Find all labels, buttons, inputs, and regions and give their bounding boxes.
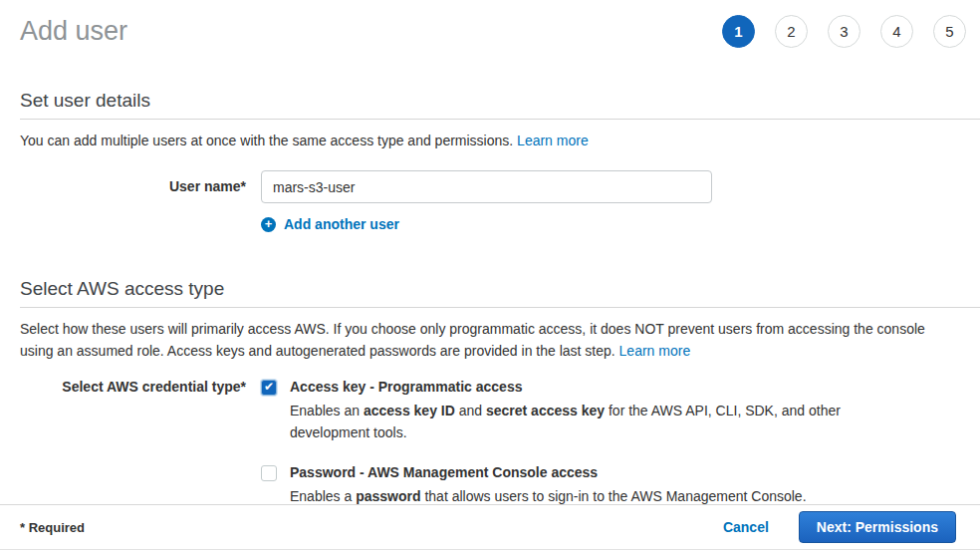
- step-number: 2: [787, 23, 795, 40]
- username-label: User name*: [0, 178, 246, 195]
- option-password: Password - AWS Management Console access…: [261, 464, 846, 507]
- username-row: User name*: [0, 170, 980, 203]
- user-details-intro-text: You can add multiple users at once with …: [20, 133, 517, 148]
- credential-options: Access key - Programmatic access Enables…: [261, 379, 846, 507]
- next-permissions-button[interactable]: Next: Permissions: [799, 511, 956, 543]
- section-heading-user-details: Set user details: [20, 90, 980, 120]
- access-key-option-description: Enables an access key ID and secret acce…: [290, 400, 846, 443]
- step-number: 1: [734, 23, 742, 40]
- password-option-body: Password - AWS Management Console access…: [290, 464, 807, 507]
- step-number: 5: [945, 23, 953, 40]
- step-number: 3: [840, 23, 848, 40]
- step-indicator-4: 4: [880, 15, 913, 48]
- required-note: * Required: [20, 520, 85, 535]
- access-type-intro-text: Select how these users will primarily ac…: [20, 321, 925, 359]
- username-control: [261, 170, 712, 203]
- access-key-option-body: Access key - Programmatic access Enables…: [290, 379, 846, 443]
- add-another-user-button[interactable]: + Add another user: [261, 216, 980, 232]
- wizard-steps: 1 2 3 4 5: [722, 15, 966, 48]
- section-heading-access-type: Select AWS access type: [20, 278, 980, 308]
- learn-more-link-access-type[interactable]: Learn more: [619, 343, 691, 359]
- page-title: Add user: [20, 15, 127, 48]
- step-indicator-2: 2: [775, 15, 808, 48]
- username-input[interactable]: [261, 170, 712, 203]
- page-header: Add user 1 2 3 4 5: [0, 0, 980, 48]
- access-type-intro: Select how these users will primarily ac…: [20, 318, 960, 362]
- credential-type-row: Select AWS credential type* Access key -…: [0, 379, 980, 507]
- option-access-key: Access key - Programmatic access Enables…: [261, 379, 846, 443]
- user-details-intro: You can add multiple users at once with …: [20, 130, 960, 151]
- plus-circle-icon: +: [261, 217, 276, 232]
- credential-type-label: Select AWS credential type*: [0, 379, 246, 396]
- add-another-user-label: Add another user: [284, 216, 399, 232]
- step-indicator-1: 1: [722, 15, 755, 48]
- access-key-option-title[interactable]: Access key - Programmatic access: [290, 379, 846, 396]
- wizard-footer: * Required Cancel Next: Permissions: [0, 504, 980, 550]
- step-number: 4: [892, 23, 900, 40]
- footer-actions: Cancel Next: Permissions: [723, 511, 956, 543]
- step-indicator-5: 5: [933, 15, 966, 48]
- password-option-title[interactable]: Password - AWS Management Console access: [290, 464, 807, 481]
- password-checkbox[interactable]: [261, 465, 277, 481]
- add-user-page: Add user 1 2 3 4 5 Set user details You …: [0, 0, 980, 554]
- access-key-checkbox[interactable]: [261, 380, 277, 396]
- step-indicator-3: 3: [828, 15, 860, 48]
- cancel-button[interactable]: Cancel: [723, 519, 769, 535]
- learn-more-link-user-details[interactable]: Learn more: [517, 133, 589, 148]
